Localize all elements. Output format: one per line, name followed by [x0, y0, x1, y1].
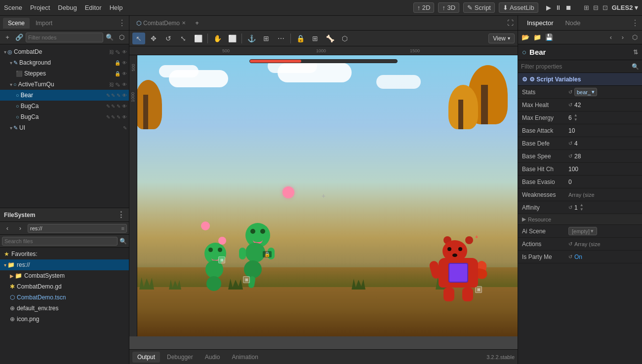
filter-props-input[interactable] [521, 63, 630, 70]
bear-character[interactable]: + [439, 240, 478, 290]
expand-arrow[interactable]: ▾ [4, 49, 6, 55]
tab-output[interactable]: Output [132, 352, 160, 363]
expand-arrow-atq[interactable]: ▾ [10, 82, 12, 87]
fs-item-res[interactable]: ▾ 📁 res:// [0, 259, 129, 270]
view-btn[interactable]: View ▾ [488, 34, 515, 43]
fs-item-favorites[interactable]: ★ Favorites: [0, 249, 129, 259]
inspector-next-btn[interactable]: › [617, 32, 628, 43]
fs-item-combatdemo-gd[interactable]: ✱ CombatDemo.gd [0, 281, 129, 292]
tab-inspector[interactable]: Inspector [521, 17, 559, 29]
fs-item-combatdemo-tscn[interactable]: ⬡ CombatDemo.tscn [0, 292, 129, 303]
transform-tool-btn[interactable]: ⬜ [192, 33, 204, 44]
select-tool-btn[interactable]: ↖ [132, 33, 145, 44]
tab-audio[interactable]: Audio [200, 352, 225, 363]
tab-scene[interactable]: Scene [3, 18, 30, 29]
lock-btn[interactable]: 🔒 [294, 33, 307, 44]
tab-import[interactable]: Import [31, 18, 57, 29]
prop-dropdown-stats[interactable]: bear_ ▾ [574, 88, 597, 96]
folder-expand-icon-cs[interactable]: ▶ [10, 273, 14, 279]
prop-reset-basedefense[interactable]: ↺ [568, 141, 572, 146]
prop-arrow-up-affinity[interactable]: ▲ [580, 203, 584, 207]
tree-item-combatde[interactable]: ▾ ◎ CombatDe ⛓ ✎ 👁 [0, 46, 129, 57]
inspector-prev-btn[interactable]: ‹ [605, 32, 616, 43]
prop-reset-actions[interactable]: ↺ [568, 241, 572, 247]
snap-btn[interactable]: ⬡ [338, 33, 351, 44]
prop-arrow-down-maxenergy[interactable]: ▼ [574, 118, 578, 122]
scene-options-btn[interactable]: ⬡ [116, 32, 127, 43]
prop-val-baseevasion[interactable]: 0 [568, 179, 572, 185]
tree-item-bugca1[interactable]: ○ BugCa ✎ ✎ ✎ 👁 [0, 101, 129, 111]
prop-val-basedefense[interactable]: 4 [574, 140, 578, 147]
fs-item-icon-png[interactable]: ⊕ icon.png [0, 314, 129, 325]
expand-arrow-ui[interactable]: ▾ [10, 125, 12, 131]
link-btn[interactable]: 🔗 [14, 32, 25, 43]
tree-item-bear[interactable]: ○ Bear ✎ ✎ ✎ 👁 [0, 90, 129, 101]
add-node-btn[interactable]: + [2, 32, 13, 43]
prop-reset-basespeed[interactable]: ↺ [568, 153, 572, 159]
move-tool-btn[interactable]: ✥ [147, 33, 160, 44]
prop-reset-stats[interactable]: ↺ [568, 89, 572, 95]
crop-tool-btn[interactable]: ⬜ [226, 33, 239, 44]
menu-project[interactable]: Project [30, 4, 50, 11]
tree-item-bugca2[interactable]: ○ BugCa ✎ ✎ ✎ 👁 [0, 111, 129, 122]
sort-icon[interactable]: ⇅ [633, 49, 638, 56]
scene-panel-menu[interactable]: ⋮ [118, 18, 126, 28]
tree-item-background[interactable]: ▾ ✎ Background 🔒 👁 [0, 57, 129, 68]
pause-btn[interactable]: ⏸ [555, 4, 562, 11]
fs-forward-btn[interactable]: › [15, 223, 26, 234]
assetlib-btn[interactable]: ⬇ AssetLib [499, 2, 538, 13]
prop-val-actions[interactable]: Array (size [574, 241, 601, 247]
menu-debug[interactable]: Debug [58, 4, 77, 11]
filter-nodes-input[interactable] [26, 33, 103, 42]
scale-tool-btn[interactable]: ⤡ [177, 33, 190, 44]
tab-combatdemo[interactable]: ⬡ CombatDemo ✕ [131, 18, 191, 29]
tab-node[interactable]: Node [559, 17, 586, 29]
fs-item-combatsystem[interactable]: ▶ 📁 CombatSystem [0, 270, 129, 281]
group-btn[interactable]: ⊞ [309, 33, 321, 44]
fs-back-btn[interactable]: ‹ [2, 223, 13, 234]
prop-section-resource[interactable]: ▶ Resource [518, 214, 642, 225]
more-btn[interactable]: ⋯ [275, 33, 287, 44]
prop-val-basespeed[interactable]: 28 [574, 153, 581, 160]
fs-menu-btn[interactable]: ⋮ [117, 210, 125, 219]
add-tab-btn[interactable]: + [192, 18, 202, 29]
menu-help[interactable]: Help [110, 4, 123, 11]
tab-debugger[interactable]: Debugger [162, 352, 198, 363]
search-icon[interactable]: 🔍 [104, 32, 115, 43]
mode-2d-btn[interactable]: ↑ 2D [413, 2, 435, 13]
prop-reset-ispartymember[interactable]: ↺ [568, 254, 572, 259]
tab-close-btn[interactable]: ✕ [182, 20, 186, 26]
prop-val-affinity[interactable]: 1 [574, 204, 578, 211]
menu-scene[interactable]: Scene [4, 4, 22, 11]
prop-val-maxenergy[interactable]: 6 [568, 114, 572, 121]
prop-reset-maxhealth[interactable]: ↺ [568, 102, 572, 108]
gles-badge[interactable]: GLES2 ▾ [612, 4, 638, 11]
prop-arrow-down-affinity[interactable]: ▼ [580, 208, 584, 212]
inspector-object-btn[interactable]: ⬡ [629, 32, 640, 43]
tree-item-activeturqu[interactable]: ▾ ○ ActiveTurnQu ⛓ ✎ 👁 [0, 79, 129, 90]
bone-btn[interactable]: 🦴 [323, 33, 336, 44]
prop-dropdown-aiscene[interactable]: [empty] ▾ [568, 227, 597, 235]
inspector-save-btn[interactable]: 💾 [544, 32, 555, 43]
prop-reset-affinity[interactable]: ↺ [568, 205, 572, 210]
prop-val-maxhealth[interactable]: 42 [574, 102, 581, 109]
script-btn[interactable]: ✎ Script [463, 2, 495, 13]
prop-val-weaknesses[interactable]: Array (size [568, 192, 595, 198]
prop-val-baseattack[interactable]: 10 [568, 127, 575, 134]
inspector-history-btn[interactable]: 📂 [520, 32, 531, 43]
pan-tool-btn[interactable]: ✋ [211, 33, 224, 44]
fullscreen-btn[interactable]: ⛶ [505, 18, 516, 29]
inspector-folder-btn[interactable]: 📁 [532, 32, 543, 43]
rotate-tool-btn[interactable]: ↺ [162, 33, 175, 44]
inspector-menu-btn[interactable]: ⋮ [631, 18, 639, 28]
fs-search-input[interactable] [2, 237, 118, 246]
folder-expand-icon[interactable]: ▾ [4, 262, 6, 268]
filter-props-search-icon[interactable]: 🔍 [632, 63, 639, 70]
prop-val-basehit[interactable]: 100 [568, 166, 578, 173]
mode-3d-btn[interactable]: ↑ 3D [438, 2, 459, 13]
stop-btn[interactable]: ⏹ [565, 4, 572, 11]
prop-arrow-up-maxenergy[interactable]: ▲ [574, 113, 578, 117]
tab-animation[interactable]: Animation [227, 352, 263, 363]
expand-arrow-bg[interactable]: ▾ [10, 60, 12, 66]
grid-btn[interactable]: ⊞ [260, 33, 273, 44]
